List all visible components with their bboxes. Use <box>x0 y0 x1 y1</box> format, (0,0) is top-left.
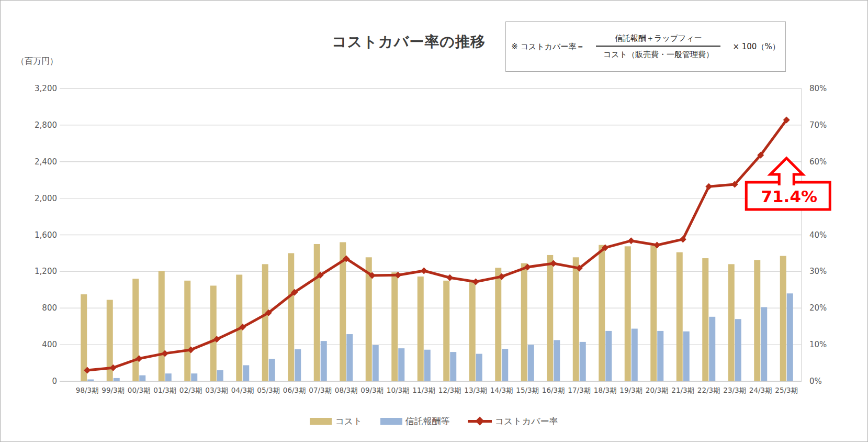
svg-text:09/3期: 09/3期 <box>360 386 384 394</box>
cost-bar <box>132 279 139 381</box>
trust-fee-bar <box>269 359 275 381</box>
svg-text:0%: 0% <box>809 377 822 386</box>
cost-bar <box>288 253 294 381</box>
svg-text:60%: 60% <box>809 157 827 167</box>
trust-fee-bar <box>450 352 456 381</box>
svg-text:00/3期: 00/3期 <box>128 386 151 394</box>
legend-label-trust-fee: 信託報酬等 <box>405 415 450 427</box>
trust-fee-bar <box>580 342 586 381</box>
trust-fee-bar <box>683 332 690 381</box>
svg-text:2,000: 2,000 <box>35 194 57 203</box>
cost-bar <box>210 285 217 381</box>
trust-fee-bar <box>398 348 404 381</box>
trust-fee-bar <box>502 349 508 381</box>
line-marker <box>628 237 635 244</box>
right-axis-ticks: 0%10%20%30%40%50%60%70%80% <box>809 84 827 386</box>
trust-fee-bar <box>735 319 741 381</box>
svg-text:05/3期: 05/3期 <box>257 386 280 394</box>
svg-text:06/3期: 06/3期 <box>283 386 306 394</box>
cost-bar <box>625 246 631 381</box>
trust-fee-bar <box>87 380 94 381</box>
svg-text:24/3期: 24/3期 <box>749 386 772 394</box>
line-marker <box>421 267 427 274</box>
svg-text:2,800: 2,800 <box>35 120 57 130</box>
svg-text:11/3期: 11/3期 <box>412 386 435 394</box>
trust-fee-bar <box>632 329 638 381</box>
left-axis-ticks: 04008001,2001,6002,0002,4002,8003,200 <box>35 84 57 386</box>
cost-bar <box>728 264 735 381</box>
svg-text:25/3期: 25/3期 <box>775 386 798 394</box>
svg-text:10%: 10% <box>809 340 827 349</box>
svg-text:10/3期: 10/3期 <box>387 386 410 394</box>
svg-text:1,600: 1,600 <box>35 230 57 240</box>
trust-fee-bar <box>657 331 663 381</box>
cost-bar <box>418 277 424 381</box>
trust-fee-bar <box>787 293 793 381</box>
cost-bar <box>262 264 268 381</box>
cost-bar <box>573 257 579 381</box>
trust-fee-bar <box>528 345 534 381</box>
trust-fee-bar <box>761 307 767 381</box>
legend-swatch-cost <box>310 418 332 425</box>
cost-bar <box>547 255 553 381</box>
cost-bar <box>677 252 683 381</box>
svg-text:20%: 20% <box>809 303 827 313</box>
svg-text:30%: 30% <box>809 267 827 276</box>
trust-fee-bar <box>554 340 560 381</box>
svg-text:01/3期: 01/3期 <box>153 386 176 394</box>
svg-text:3,200: 3,200 <box>35 84 57 93</box>
legend-item-cover-rate: コストカバー率 <box>468 415 558 427</box>
cost-bars <box>81 242 786 381</box>
legend-swatch-trust-fee <box>380 418 402 425</box>
svg-text:15/3期: 15/3期 <box>516 386 539 394</box>
cost-bar <box>495 268 501 381</box>
cost-bar <box>159 271 165 381</box>
svg-text:18/3期: 18/3期 <box>594 386 617 394</box>
cost-bar <box>650 246 657 381</box>
chart-plot: 04008001,2001,6002,0002,4002,8003,2000%1… <box>1 1 868 442</box>
svg-text:14/3期: 14/3期 <box>490 386 513 394</box>
trust-fee-bars <box>87 293 793 381</box>
trust-fee-bar <box>243 365 249 381</box>
legend-diamond-marker <box>475 417 484 426</box>
trust-fee-bar <box>373 345 379 381</box>
svg-text:800: 800 <box>42 303 57 313</box>
cost-bar <box>314 244 320 381</box>
line-marker <box>446 274 453 281</box>
gridlines <box>60 89 802 381</box>
cost-bar <box>469 282 476 381</box>
svg-text:40%: 40% <box>809 230 827 240</box>
legend-swatch-cover-rate-line <box>468 420 492 423</box>
cost-bar <box>780 256 786 381</box>
cost-bar <box>702 258 708 381</box>
svg-text:98/3期: 98/3期 <box>76 386 99 394</box>
svg-text:400: 400 <box>42 340 57 349</box>
chart-canvas: コストカバー率の推移 （百万円） ※ コストカバー率＝ 信託報酬＋ラップフィー … <box>0 0 868 442</box>
trust-fee-bar <box>424 350 431 381</box>
svg-text:12/3期: 12/3期 <box>438 386 461 394</box>
trust-fee-bar <box>605 331 612 381</box>
cost-bar <box>754 260 760 381</box>
cost-bar <box>443 281 449 381</box>
trust-fee-bar <box>295 349 301 381</box>
svg-text:20/3期: 20/3期 <box>646 386 669 394</box>
legend-item-trust-fee: 信託報酬等 <box>380 415 450 427</box>
x-axis-labels: 98/3期99/3期00/3期01/3期02/3期03/3期04/3期05/3期… <box>76 386 798 394</box>
svg-text:08/3期: 08/3期 <box>335 386 358 394</box>
svg-text:07/3期: 07/3期 <box>309 386 332 394</box>
trust-fee-bar <box>191 373 197 381</box>
cost-bar <box>599 245 605 381</box>
svg-text:22/3期: 22/3期 <box>697 386 720 394</box>
trust-fee-bar <box>709 317 715 381</box>
svg-text:13/3期: 13/3期 <box>464 386 487 394</box>
svg-text:99/3期: 99/3期 <box>102 386 125 394</box>
svg-text:04/3期: 04/3期 <box>231 386 254 394</box>
svg-text:2,400: 2,400 <box>35 157 57 167</box>
trust-fee-bar <box>165 373 172 381</box>
legend-item-cost: コスト <box>310 415 362 427</box>
svg-text:21/3期: 21/3期 <box>671 386 694 394</box>
svg-text:03/3期: 03/3期 <box>205 386 228 394</box>
cost-bar <box>391 272 398 381</box>
legend: コスト 信託報酬等 コストカバー率 <box>1 415 867 427</box>
legend-label-cost: コスト <box>335 415 362 427</box>
